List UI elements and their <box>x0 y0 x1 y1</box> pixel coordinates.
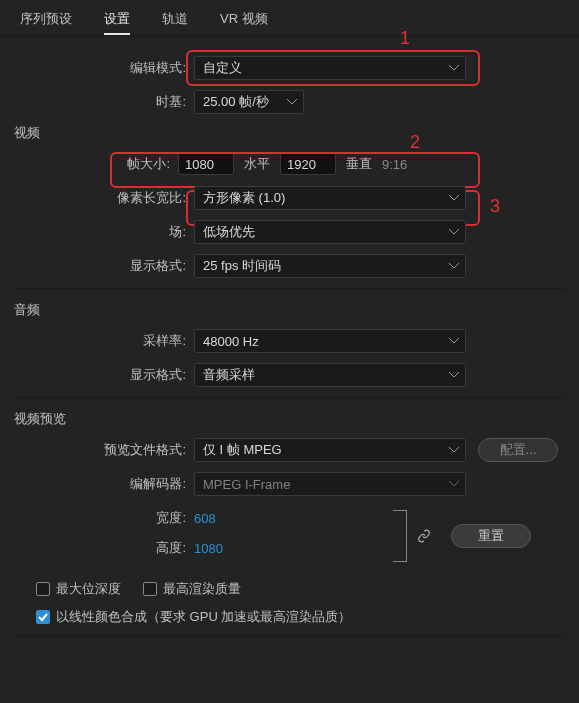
sample-rate-label: 采样率: <box>14 332 194 350</box>
preview-section-title: 视频预览 <box>14 410 565 428</box>
sample-rate-value: 48000 Hz <box>203 334 259 349</box>
tab-vr[interactable]: VR 视频 <box>220 10 268 35</box>
audio-dispfmt-label: 显示格式: <box>14 366 194 384</box>
max-bit-depth-checkbox[interactable] <box>36 582 50 596</box>
max-bit-depth-label: 最大位深度 <box>56 580 121 598</box>
preview-fmt-select[interactable]: 仅 I 帧 MPEG <box>194 438 466 462</box>
tab-tracks[interactable]: 轨道 <box>162 10 188 35</box>
video-section-title: 视频 <box>14 124 565 142</box>
editing-mode-value: 自定义 <box>203 59 242 77</box>
pixel-ratio-label: 像素长宽比: <box>14 189 194 207</box>
editing-mode-select[interactable]: 自定义 <box>194 56 466 80</box>
timebase-label: 时基: <box>14 93 194 111</box>
chevron-down-icon <box>449 263 459 269</box>
preview-fmt-value: 仅 I 帧 MPEG <box>203 441 282 459</box>
settings-panel: 1 2 3 编辑模式: 自定义 时基: 25.00 帧/秒 视频 帧大小: 10… <box>0 36 579 661</box>
chevron-down-icon <box>449 372 459 378</box>
chevron-down-icon <box>449 447 459 453</box>
divider <box>14 397 565 398</box>
max-render-quality-checkbox[interactable] <box>143 582 157 596</box>
video-dispfmt-value: 25 fps 时间码 <box>203 257 281 275</box>
tab-settings[interactable]: 设置 <box>104 10 130 35</box>
audio-section-title: 音频 <box>14 301 565 319</box>
chevron-down-icon <box>449 338 459 344</box>
link-icon[interactable] <box>417 529 431 543</box>
chevron-down-icon <box>449 65 459 71</box>
preview-width-label: 宽度: <box>14 509 194 527</box>
link-bracket <box>393 510 407 562</box>
frame-width-input[interactable]: 1080 <box>178 153 234 175</box>
aspect-ratio-text: 9:16 <box>382 157 407 172</box>
pixel-ratio-select[interactable]: 方形像素 (1.0) <box>194 186 466 210</box>
audio-dispfmt-select[interactable]: 音频采样 <box>194 363 466 387</box>
linear-composite-checkbox[interactable] <box>36 610 50 624</box>
chevron-down-icon <box>449 229 459 235</box>
codec-value: MPEG I-Frame <box>203 477 290 492</box>
video-dispfmt-label: 显示格式: <box>14 257 194 275</box>
field-select[interactable]: 低场优先 <box>194 220 466 244</box>
audio-dispfmt-value: 音频采样 <box>203 366 255 384</box>
frame-height-input[interactable]: 1920 <box>280 153 336 175</box>
tabs-bar: 序列预设 设置 轨道 VR 视频 <box>0 0 579 36</box>
field-value: 低场优先 <box>203 223 255 241</box>
codec-select: MPEG I-Frame <box>194 472 466 496</box>
sample-rate-select[interactable]: 48000 Hz <box>194 329 466 353</box>
preview-fmt-label: 预览文件格式: <box>14 441 194 459</box>
chevron-down-icon <box>287 99 297 105</box>
field-label: 场: <box>14 223 194 241</box>
preview-height-label: 高度: <box>14 539 194 557</box>
vertical-label: 垂直 <box>346 155 372 173</box>
max-render-quality-label: 最高渲染质量 <box>163 580 241 598</box>
divider <box>14 636 565 637</box>
horizontal-label: 水平 <box>244 155 270 173</box>
editing-mode-label: 编辑模式: <box>14 59 194 77</box>
config-button[interactable]: 配置... <box>478 438 558 462</box>
video-dispfmt-select[interactable]: 25 fps 时间码 <box>194 254 466 278</box>
linear-composite-label: 以线性颜色合成（要求 GPU 加速或最高渲染品质） <box>56 608 351 626</box>
preview-width-value[interactable]: 608 <box>194 511 216 526</box>
divider <box>14 288 565 289</box>
timebase-value: 25.00 帧/秒 <box>203 93 269 111</box>
reset-button[interactable]: 重置 <box>451 524 531 548</box>
tab-preset[interactable]: 序列预设 <box>20 10 72 35</box>
chevron-down-icon <box>449 195 459 201</box>
preview-height-value[interactable]: 1080 <box>194 541 223 556</box>
chevron-down-icon <box>449 481 459 487</box>
timebase-select[interactable]: 25.00 帧/秒 <box>194 90 304 114</box>
frame-size-label: 帧大小: <box>14 155 178 173</box>
pixel-ratio-value: 方形像素 (1.0) <box>203 189 285 207</box>
codec-label: 编解码器: <box>14 475 194 493</box>
